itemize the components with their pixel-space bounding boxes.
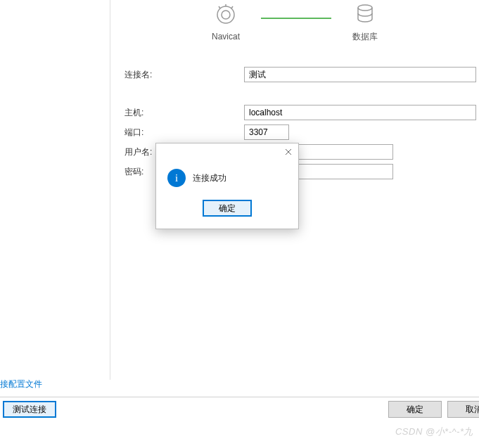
header-icons: Navicat 数据库 — [110, 0, 479, 46]
info-icon: i — [167, 169, 186, 187]
close-icon[interactable] — [283, 146, 294, 158]
modal-body: i 连接成功 — [156, 143, 298, 187]
host-label: 主机: — [124, 107, 244, 119]
footer: 测试连接 确定 取消 — [0, 397, 479, 421]
host-input[interactable] — [244, 105, 476, 120]
row-connection-name: 连接名: — [124, 67, 479, 82]
connection-name-label: 连接名: — [124, 69, 244, 81]
cancel-button[interactable]: 取消 — [447, 401, 479, 418]
svg-point-1 — [222, 11, 230, 19]
ok-button[interactable]: 确定 — [388, 401, 442, 418]
footer-right-buttons: 确定 取消 — [388, 401, 479, 418]
config-link-area: 接配置文件 — [0, 378, 42, 390]
connection-line — [261, 18, 331, 19]
navicat-icon-col: Navicat — [212, 4, 240, 41]
svg-line-4 — [231, 6, 233, 8]
database-label: 数据库 — [352, 31, 378, 43]
svg-line-3 — [219, 6, 220, 8]
success-modal: i 连接成功 确定 — [155, 143, 299, 229]
modal-message: 连接成功 — [193, 172, 226, 184]
config-file-link[interactable]: 接配置文件 — [0, 379, 42, 389]
port-input[interactable] — [244, 124, 289, 140]
database-icon-col: 数据库 — [352, 4, 378, 43]
navicat-label: Navicat — [212, 32, 240, 41]
modal-ok-button[interactable]: 确定 — [203, 200, 252, 217]
connection-name-input[interactable] — [244, 67, 476, 82]
row-port: 端口: — [124, 124, 479, 140]
test-connection-button[interactable]: 测试连接 — [3, 401, 56, 418]
svg-point-5 — [358, 5, 372, 11]
navicat-icon — [213, 4, 238, 27]
watermark: CSDN @小*-^-*九 — [395, 425, 473, 438]
port-label: 端口: — [124, 127, 244, 139]
modal-button-row: 确定 — [156, 200, 298, 217]
svg-point-0 — [217, 6, 234, 23]
database-icon — [355, 4, 376, 27]
row-host: 主机: — [124, 105, 479, 120]
